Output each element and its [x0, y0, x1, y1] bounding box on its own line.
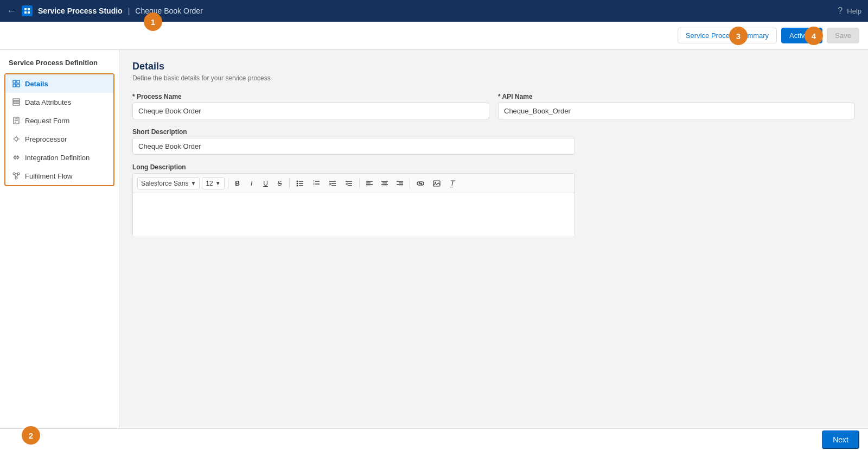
service-process-summary-button[interactable]: Service Process Summary	[678, 28, 777, 43]
short-description-label: Short Description	[132, 128, 855, 136]
rte-underline-button[interactable]: U	[260, 178, 272, 189]
step-1-indicator: 1	[144, 12, 162, 31]
top-nav: ← Service Process Studio | Cheque Book O…	[0, 0, 868, 22]
svg-rect-10	[13, 104, 20, 105]
page-title: Details	[132, 61, 855, 72]
fulfilment-flow-icon	[12, 172, 21, 180]
rte-font-value: Salesforce Sans	[141, 180, 188, 187]
svg-point-30	[296, 185, 298, 186]
form-row-short-desc: Short Description	[132, 128, 855, 155]
rich-text-editor: Salesforce Sans ▼ 12 ▼ B I U S	[132, 173, 575, 237]
rte-divider-4	[410, 179, 410, 188]
details-label: Details	[25, 80, 48, 88]
svg-text:2.: 2.	[313, 182, 315, 186]
step-3-indicator: 3	[729, 27, 748, 45]
form-row-names: * Process Name * API Name	[132, 93, 855, 119]
rte-indent-increase-button[interactable]	[326, 178, 340, 189]
bottom-bar: Next	[0, 428, 868, 450]
rte-ordered-list-button[interactable]: 1.2.	[309, 178, 323, 189]
app-title: Service Process Studio	[38, 7, 123, 15]
rte-italic-button[interactable]: I	[246, 178, 258, 189]
svg-rect-0	[24, 8, 27, 10]
step-2-indicator: 2	[22, 426, 40, 445]
save-button: Save	[827, 28, 859, 43]
svg-point-22	[15, 177, 17, 179]
svg-point-26	[296, 180, 298, 182]
svg-rect-9	[13, 102, 20, 103]
api-name-field: * API Name	[498, 93, 855, 119]
short-description-input[interactable]	[132, 138, 575, 155]
svg-point-28	[296, 182, 298, 184]
svg-line-25	[17, 175, 18, 178]
sidebar-title: Service Process Definition	[0, 59, 119, 73]
rte-unordered-list-button[interactable]	[293, 178, 307, 189]
next-button[interactable]: Next	[822, 430, 859, 449]
rte-indent-decrease-button[interactable]	[342, 178, 356, 189]
sidebar: Service Process Definition 2 Details	[0, 50, 119, 428]
rte-divider-2	[289, 179, 290, 188]
fulfilment-flow-label: Fulfilment Flow	[25, 172, 72, 180]
rte-font-select[interactable]: Salesforce Sans ▼	[137, 178, 200, 189]
request-form-label: Request Form	[25, 117, 69, 125]
toolbar: 3 4 Service Process Summary Activate Sav…	[0, 22, 868, 50]
svg-rect-2	[24, 11, 27, 14]
app-icon	[22, 5, 33, 16]
sidebar-item-details[interactable]: Details	[5, 74, 113, 93]
process-name-input[interactable]	[132, 103, 489, 119]
sidebar-item-request-form[interactable]: Request Form	[5, 111, 113, 130]
svg-rect-6	[13, 84, 16, 87]
short-description-field: Short Description	[132, 128, 855, 155]
details-icon	[12, 79, 21, 88]
api-name-label: * API Name	[498, 93, 855, 100]
rte-toolbar: Salesforce Sans ▼ 12 ▼ B I U S	[133, 174, 575, 193]
svg-rect-4	[13, 80, 16, 83]
svg-point-56	[435, 181, 436, 182]
rte-font-chevron: ▼	[190, 180, 196, 186]
step-4-indicator: 4	[805, 27, 823, 45]
rte-align-center-button[interactable]	[378, 179, 391, 188]
svg-point-15	[15, 137, 18, 141]
main-layout: Service Process Definition 2 Details	[0, 50, 868, 428]
rte-image-button[interactable]	[430, 178, 444, 189]
sidebar-item-data-attributes[interactable]: Data Attributes	[5, 93, 113, 111]
nav-separator: |	[128, 7, 130, 15]
svg-rect-7	[17, 84, 20, 87]
process-name-label: * Process Name	[132, 93, 489, 100]
integration-definition-label: Integration Definition	[25, 154, 90, 162]
long-description-label: Long Description	[132, 163, 855, 171]
svg-rect-1	[28, 8, 30, 10]
content-area: Details Define the basic details for you…	[119, 50, 868, 428]
rte-bold-button[interactable]: B	[232, 178, 244, 189]
process-name-field: * Process Name	[132, 93, 489, 119]
svg-rect-5	[17, 80, 20, 83]
sidebar-item-integration-definition[interactable]: Integration Definition	[5, 148, 113, 167]
rte-link-button[interactable]	[413, 179, 427, 188]
svg-rect-8	[13, 99, 20, 100]
help-label[interactable]: Help	[847, 7, 861, 15]
sidebar-item-preprocessor[interactable]: Preprocessor	[5, 130, 113, 148]
rte-size-select[interactable]: 12 ▼	[202, 178, 224, 189]
long-description-section: Long Description Salesforce Sans ▼ 12 ▼ …	[132, 163, 855, 237]
integration-definition-icon	[12, 153, 21, 162]
sidebar-item-fulfilment-flow[interactable]: Fulfilment Flow	[5, 167, 113, 185]
back-button[interactable]: ←	[7, 5, 16, 17]
rte-divider-3	[359, 179, 360, 188]
rte-align-left-button[interactable]	[363, 179, 376, 188]
rte-clear-format-button[interactable]: T̲	[446, 177, 458, 189]
rte-strikethrough-button[interactable]: S	[274, 178, 286, 189]
preprocessor-label: Preprocessor	[25, 135, 67, 143]
api-name-input[interactable]	[498, 103, 855, 119]
preprocessor-icon	[12, 135, 21, 143]
svg-rect-3	[28, 11, 30, 14]
rte-align-right-button[interactable]	[393, 179, 406, 188]
data-attributes-icon	[12, 98, 21, 106]
nav-right: ? Help	[838, 6, 861, 16]
rte-size-chevron: ▼	[215, 180, 221, 186]
rte-body[interactable]	[133, 193, 575, 237]
svg-line-24	[15, 175, 16, 178]
data-attributes-label: Data Attributes	[25, 98, 71, 106]
sidebar-navigation: Details Data Attributes	[4, 73, 114, 186]
help-icon: ?	[838, 6, 843, 16]
page-subtitle: Define the basic details for your servic…	[132, 74, 855, 82]
nav-page-title: Cheque Book Order	[135, 7, 203, 15]
